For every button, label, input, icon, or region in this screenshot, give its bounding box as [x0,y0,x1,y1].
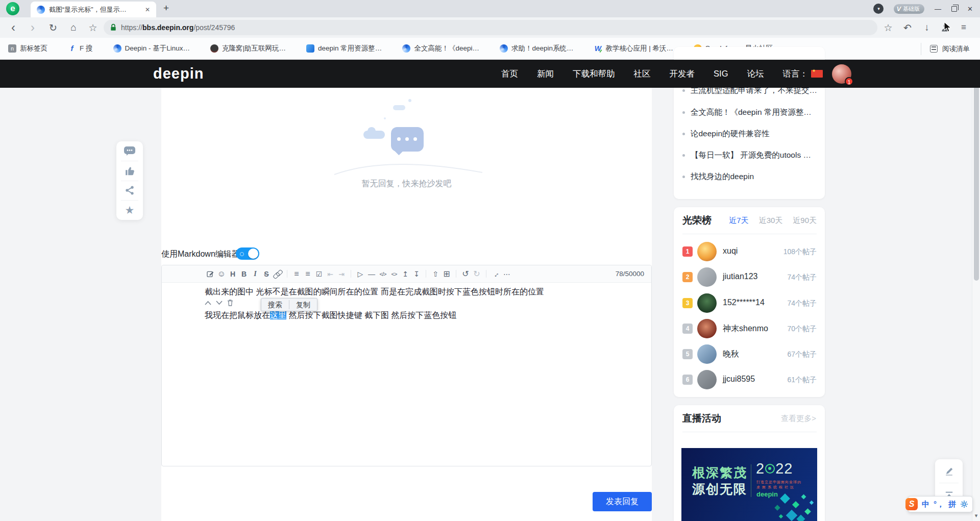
back-icon[interactable]: ‹ [6,17,20,38]
nav-download-help[interactable]: 下载和帮助 [573,68,615,80]
comments-button[interactable] [116,141,143,161]
share-button[interactable] [116,181,143,201]
topic-link[interactable]: 全文高能！《deepin 常用资源整理… [682,107,818,118]
nav-developer[interactable]: 开发者 [670,68,695,80]
restore-window-button[interactable] [951,6,957,12]
context-copy-button[interactable]: 复制 [289,299,317,311]
bookmark-item[interactable]: W 教学核心应用 | 希沃… [594,44,673,53]
like-button[interactable] [116,161,143,181]
delete-row-icon[interactable] [227,299,233,306]
menu-icon[interactable]: ≡ [957,17,971,38]
address-bar[interactable]: https://bbs.deepin.org/post/245796 [104,20,877,35]
close-window-button[interactable]: ✕ [967,5,973,13]
honor-row[interactable]: 4 神末shenmo 70个帖子 [682,318,817,339]
nav-news[interactable]: 新闻 [537,68,554,80]
emoji-icon[interactable]: ☺ [217,268,226,280]
bookmark-page-star-icon[interactable]: ☆ [881,17,895,38]
bold-icon[interactable]: B [239,268,249,280]
move-up-icon[interactable] [205,301,211,305]
inline-code-icon[interactable]: <> [389,268,399,280]
bookmark-item[interactable]: 求助！deepin系统… [500,44,574,53]
bookmark-item[interactable]: Deepin - 基于Linux… [113,44,190,53]
bookmark-item[interactable]: deepin 常用资源整… [306,44,382,53]
quote-icon[interactable]: ▷ [356,268,365,280]
browser-tab[interactable]: 截图“显示光标”，但显示… ✕ [31,2,156,17]
fullscreen-icon[interactable]: ↔ [488,266,503,281]
ime-chinese-mode[interactable]: 中 [922,500,929,509]
edit-icon[interactable] [206,268,215,280]
heading-icon[interactable]: H [228,268,237,280]
undo-icon[interactable]: ↺ [461,268,470,280]
downloads-icon[interactable]: ↓ [920,17,934,38]
nav-home[interactable]: 首页 [501,68,518,80]
context-search-button[interactable]: 搜索 [261,299,289,311]
tab-30days[interactable]: 近30天 [759,216,783,226]
reply-editor[interactable]: ☺ H B I S ≡ ≡ ☑ ⇤ ⇥ ▷ — </> <> ↥ ↧ ⇧ ⊞ ↺… [161,265,652,466]
topic-link[interactable]: 找找身边的deepin [682,171,818,182]
submit-reply-button[interactable]: 发表回复 [593,492,652,511]
page-scrollbar[interactable]: ▾ [972,60,980,521]
scrollbar-thumb[interactable] [974,82,979,281]
align-top-icon[interactable]: ↥ [401,268,410,280]
reload-icon[interactable]: ↻ [46,17,60,38]
tab-7days[interactable]: 近7天 [729,216,748,226]
favorites-star-icon[interactable]: ☆ [86,17,100,38]
ime-toolbar[interactable]: S 中 °， 拼 [908,496,973,512]
strikethrough-icon[interactable]: S [262,268,271,280]
topic-link[interactable]: 论deepin的硬件兼容性 [682,128,818,139]
tab-close-icon[interactable]: ✕ [143,5,152,14]
minimize-button[interactable]: — [935,5,941,13]
indent-icon[interactable]: ⇥ [337,268,346,280]
align-bottom-icon[interactable]: ↧ [412,268,421,280]
redo-icon[interactable]: ↻ [472,268,481,280]
bookmark-item[interactable]: 克隆窝|助互联网玩… [210,44,286,53]
home-icon[interactable]: ⌂ [66,17,81,38]
scrollbar-down-icon[interactable]: ▾ [972,512,980,519]
bookmark-item[interactable]: f F 搜 [68,44,93,53]
markdown-toggle[interactable] [236,247,259,260]
honor-row[interactable]: 5 晚秋 67个帖子 [682,344,817,364]
browser-logo-icon[interactable]: e [6,2,19,15]
sogou-logo-icon[interactable]: S [905,498,918,510]
favorite-button[interactable]: ★ [116,201,143,220]
download-manager-icon[interactable]: ▾ [873,4,884,14]
nav-sig[interactable]: SIG [714,69,728,79]
italic-icon[interactable]: I [251,268,260,280]
list-ul-icon[interactable]: ≡ [292,268,301,280]
user-avatar[interactable]: 1 [832,64,851,84]
honor-row[interactable]: 3 152******14 74个帖子 [682,293,817,313]
code-block-icon[interactable]: </> [378,268,387,280]
reading-list-label[interactable]: 阅读清单 [942,44,970,54]
url-scheme: https:// [121,23,142,32]
ime-settings-gear-icon[interactable] [960,500,968,508]
honor-row[interactable]: 6 jjcui8595 61个帖子 [682,369,817,390]
nav-community[interactable]: 社区 [634,68,651,80]
ime-punctuation-mode[interactable]: °， [934,500,944,509]
ime-pinyin-mode[interactable]: 拼 [948,500,956,509]
upload-icon[interactable]: ⇧ [431,268,440,280]
topic-link[interactable]: 【每日一软】 开源免费的utools 替… [682,150,818,161]
tab-90days[interactable]: 近90天 [793,216,817,226]
sync-undo-icon[interactable]: ↶ [900,17,915,38]
hr-icon[interactable]: — [367,268,376,280]
forward-icon[interactable]: › [26,17,40,38]
task-list-icon[interactable]: ☑ [314,268,324,280]
write-reply-button[interactable] [935,459,963,483]
nav-forum[interactable]: 论坛 [747,68,764,80]
bookmark-item[interactable]: 全文高能！《deepi… [402,44,479,53]
language-selector[interactable]: 语言： [783,68,823,80]
deepin-logo[interactable]: deepin [153,65,204,82]
list-ol-icon[interactable]: ≡ [303,268,312,280]
see-more-link[interactable]: 查看更多> [781,414,816,424]
event-banner[interactable]: 根深繁茂 源创无限 222 打造立足中国面向全球的 桌面系统根社区 deepin [681,448,817,521]
bookmark-item[interactable]: n 新标签页 [8,44,47,53]
outdent-icon[interactable]: ⇤ [326,268,335,280]
version-badge[interactable]: V 基础版 [894,4,924,14]
honor-row[interactable]: 1 xuqi 108个帖子 [682,241,817,262]
new-tab-button[interactable]: + [163,3,169,14]
more-icon[interactable]: ⋯ [502,268,511,280]
table-icon[interactable]: ⊞ [442,268,451,280]
move-down-icon[interactable] [216,301,223,305]
honor-row[interactable]: 2 jiutian123 74个帖子 [682,267,817,287]
link-icon[interactable] [273,268,282,280]
